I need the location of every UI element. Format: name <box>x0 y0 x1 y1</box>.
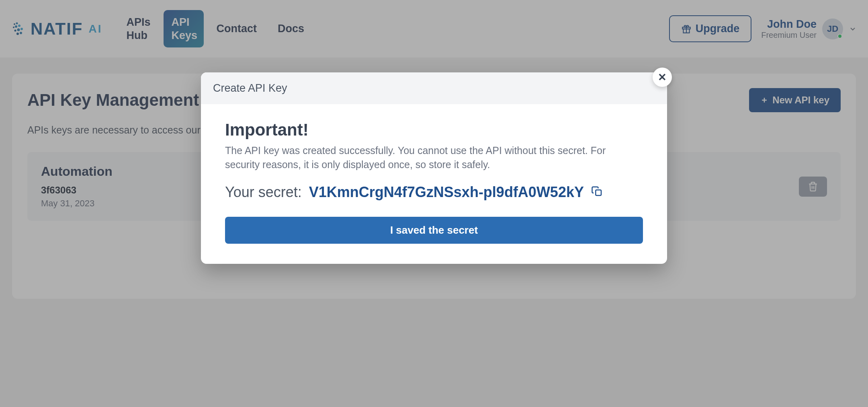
modal-text: The API key was created successfully. Yo… <box>225 144 643 172</box>
modal-body: Important! The API key was created succe… <box>201 104 667 264</box>
secret-value: V1KmnCrgN4f7GzNSsxh-pl9dfA0W52kY <box>309 184 584 201</box>
copy-button[interactable] <box>591 185 603 199</box>
secret-label: Your secret: <box>225 184 302 201</box>
svg-rect-15 <box>596 190 601 195</box>
secret-line: Your secret: V1KmnCrgN4f7GzNSsxh-pl9dfA0… <box>225 184 643 201</box>
create-api-key-modal: Create API Key ✕ Important! The API key … <box>201 72 667 264</box>
saved-secret-button[interactable]: I saved the secret <box>225 217 643 244</box>
modal-title: Create API Key <box>201 72 667 104</box>
modal-heading: Important! <box>225 120 643 140</box>
close-icon: ✕ <box>658 71 667 84</box>
modal-overlay: Create API Key ✕ Important! The API key … <box>0 0 868 407</box>
copy-icon <box>591 185 603 197</box>
close-modal-button[interactable]: ✕ <box>653 68 672 87</box>
